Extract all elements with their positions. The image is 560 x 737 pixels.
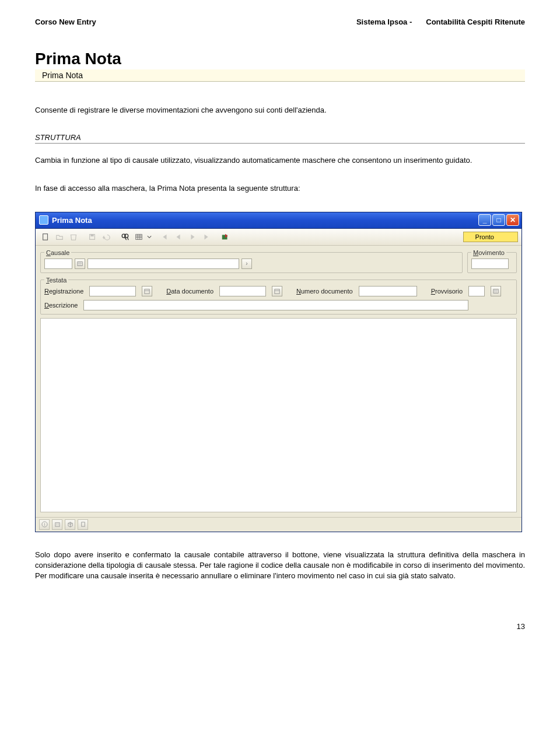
svg-point-4 (125, 234, 128, 237)
document-icon[interactable] (78, 519, 88, 530)
struttura-paragraph-1: Cambia in funzione al tipo di causale ut… (35, 155, 525, 166)
numero-documento-input[interactable] (359, 286, 417, 296)
delete-icon[interactable] (67, 230, 80, 243)
svg-rect-13 (55, 523, 59, 526)
struttura-paragraph-2: In fase di accesso alla maschera, la Pri… (35, 183, 525, 194)
data-documento-input[interactable] (219, 286, 266, 296)
page-number: 13 (35, 622, 525, 631)
toolbar: Pronto (36, 229, 522, 246)
svg-rect-10 (494, 289, 498, 293)
svg-rect-9 (275, 289, 279, 294)
doc-header-right: Contabilità Cespiti Ritenute (426, 18, 525, 26)
svg-rect-5 (136, 234, 142, 239)
svg-rect-8 (145, 289, 149, 294)
next-record-icon[interactable] (186, 230, 199, 243)
grid-area (40, 318, 517, 512)
open-icon[interactable] (53, 230, 66, 243)
registrazione-calendar-button[interactable] (142, 286, 152, 296)
minimize-button[interactable]: _ (478, 214, 491, 226)
intro-paragraph: Consente di registrare le diverse movime… (35, 105, 525, 116)
first-record-icon[interactable] (158, 230, 171, 243)
last-record-icon[interactable] (200, 230, 213, 243)
new-icon[interactable] (39, 230, 52, 243)
svg-text:i: i (44, 522, 45, 527)
doc-header: Corso New Entry Sistema Ipsoa - Contabil… (35, 18, 525, 26)
svg-rect-7 (78, 261, 82, 266)
provvisorio-lookup-button[interactable] (491, 286, 501, 296)
info-icon[interactable]: i (39, 519, 50, 530)
window-title: Prima Nota (52, 216, 478, 225)
provvisorio-input[interactable] (468, 286, 485, 296)
titlebar: Prima Nota _ □ ✕ (36, 212, 522, 229)
search-icon[interactable] (118, 230, 131, 243)
movimento-group: Movimento (467, 249, 517, 273)
section-heading: STRUTTURA (35, 133, 525, 144)
causale-lookup-button[interactable] (75, 259, 85, 269)
page-title: Prima Nota (35, 50, 525, 68)
prev-record-icon[interactable] (172, 230, 185, 243)
closing-paragraph: Solo dopo avere inserito e confermato la… (35, 550, 525, 582)
causale-group: CCausaleausale › (40, 249, 463, 273)
save-icon[interactable] (86, 230, 99, 243)
package-icon[interactable] (65, 519, 75, 530)
numero-documento-label: Numero documento (296, 288, 353, 295)
causale-code-input[interactable] (44, 259, 72, 269)
exit-icon[interactable] (219, 230, 232, 243)
data-documento-label: Data documento (166, 288, 214, 295)
causale-desc-input[interactable] (88, 259, 239, 269)
doc-header-left: Corso New Entry (35, 18, 96, 26)
svg-rect-0 (43, 233, 48, 240)
dropdown-icon[interactable] (146, 230, 152, 243)
subtitle-band: Prima Nota (35, 69, 525, 82)
descrizione-input[interactable] (83, 300, 468, 310)
maximize-button[interactable]: □ (492, 214, 505, 226)
app-window: Prima Nota _ □ ✕ Pronto CCausaleausale (35, 212, 522, 532)
data-documento-calendar-button[interactable] (272, 286, 282, 296)
app-icon (39, 215, 48, 225)
status-label: Pronto (463, 232, 518, 242)
building-icon[interactable] (52, 519, 62, 530)
provvisorio-label: Provvisorio (431, 288, 463, 295)
status-bar: i (36, 517, 522, 532)
registrazione-label: Registrazione (44, 288, 83, 295)
svg-rect-2 (90, 234, 93, 236)
movimento-input[interactable] (471, 259, 509, 269)
doc-header-center: Sistema Ipsoa - (356, 18, 412, 26)
undo-icon[interactable] (100, 230, 113, 243)
causale-confirm-button[interactable]: › (242, 259, 252, 269)
registrazione-input[interactable] (89, 286, 136, 296)
close-button[interactable]: ✕ (506, 214, 519, 226)
svg-rect-14 (81, 522, 85, 526)
grid-icon[interactable] (132, 230, 145, 243)
descrizione-label: Descrizione (44, 302, 78, 309)
testata-group: Testata Registrazione Data documento Num… (40, 277, 517, 315)
